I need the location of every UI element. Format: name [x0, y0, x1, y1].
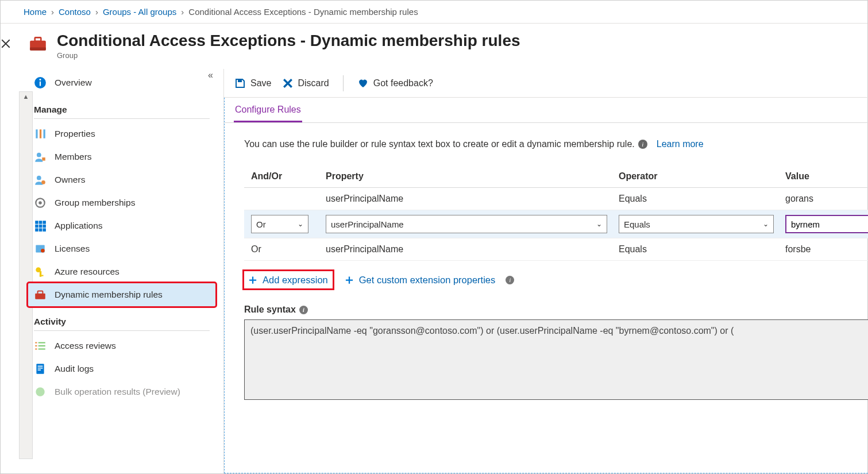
svg-rect-28: [40, 275, 44, 276]
main-panel: Save Discard Got feedback?: [223, 69, 868, 473]
svg-rect-1: [35, 37, 41, 41]
sidebar-item-overview[interactable]: Overview: [28, 71, 215, 94]
close-icon[interactable]: [1, 38, 11, 473]
breadcrumb-link[interactable]: Groups - All groups: [103, 7, 176, 17]
svg-point-5: [39, 79, 41, 80]
svg-rect-16: [39, 221, 43, 224]
chevron-down-icon: ⌄: [298, 220, 303, 228]
col-value: Value: [785, 171, 868, 182]
cell-property: userPrincipalName: [326, 244, 619, 255]
license-icon: [34, 242, 47, 255]
svg-rect-23: [43, 228, 46, 232]
learn-more-link[interactable]: Learn more: [657, 139, 704, 149]
table-row: userPrincipalName Equals gorans: [244, 188, 868, 210]
discard-button[interactable]: Discard: [283, 78, 329, 88]
sidebar-item-applications[interactable]: Applications: [28, 214, 215, 237]
svg-point-35: [36, 387, 44, 396]
collapse-sidebar-icon[interactable]: «: [208, 70, 213, 80]
bulk-icon: [34, 386, 47, 398]
sidebar-item-licenses[interactable]: Licenses: [28, 237, 215, 260]
value-input[interactable]: [785, 215, 868, 233]
close-icon: [283, 78, 293, 88]
svg-rect-10: [42, 157, 45, 161]
table-row: Or userPrincipalName Equals forsbe: [244, 238, 868, 261]
toolbar: Save Discard Got feedback?: [224, 69, 868, 98]
toolbar-label: Save: [250, 78, 271, 88]
sidebar-item-label: Properties: [55, 129, 95, 139]
sidebar-item-azure-resources[interactable]: Azure resources: [28, 260, 215, 283]
info-icon[interactable]: i: [638, 140, 647, 149]
gear-icon: [34, 196, 47, 209]
sidebar-item-label: Azure resources: [55, 267, 119, 277]
sidebar-item-bulk-operation-results[interactable]: Bulk operation results (Preview): [28, 380, 215, 403]
cell-value: gorans: [785, 194, 868, 204]
plus-icon: ＋: [343, 273, 356, 286]
chevron-right-icon: ›: [51, 7, 54, 17]
breadcrumb-link[interactable]: Home: [24, 7, 47, 17]
sliders-icon: [34, 128, 47, 140]
svg-rect-6: [36, 129, 37, 138]
svg-rect-30: [38, 291, 43, 294]
chevron-right-icon: ›: [95, 7, 98, 17]
svg-rect-33: [38, 368, 43, 369]
add-expression-button[interactable]: ＋ Add expression: [246, 273, 328, 286]
sidebar: « Overview Manage Properties Members: [11, 69, 223, 473]
cell-property: userPrincipalName: [326, 194, 619, 204]
group-briefcase-icon: [28, 34, 48, 53]
chevron-right-icon: ›: [181, 7, 184, 17]
breadcrumb-link[interactable]: Contoso: [59, 7, 91, 17]
col-operator: Operator: [619, 171, 785, 182]
sidebar-item-properties[interactable]: Properties: [28, 122, 215, 145]
sidebar-item-label: Licenses: [55, 244, 90, 254]
page-title: Conditional Access Exceptions - Dynamic …: [57, 32, 520, 50]
save-button[interactable]: Save: [234, 78, 271, 89]
key-icon: [34, 265, 47, 278]
col-property: Property: [326, 171, 619, 182]
svg-rect-19: [39, 225, 43, 228]
tab-bar: Configure Rules: [225, 98, 868, 123]
sidebar-item-members[interactable]: Members: [28, 145, 215, 168]
svg-rect-22: [39, 228, 43, 232]
col-andor: And/Or: [251, 171, 326, 182]
sidebar-item-access-reviews[interactable]: Access reviews: [28, 334, 215, 357]
divider: [34, 330, 210, 331]
get-custom-extension-button[interactable]: ＋ Get custom extension properties: [343, 273, 496, 286]
svg-rect-18: [35, 225, 38, 228]
sidebar-section-manage: Manage: [34, 105, 210, 115]
grid-icon: [34, 219, 47, 232]
toolbar-label: Got feedback?: [373, 78, 433, 88]
svg-point-25: [41, 249, 45, 253]
toolbox-icon: [34, 288, 47, 301]
svg-rect-15: [35, 221, 38, 224]
cell-andor: Or: [251, 244, 326, 255]
svg-point-9: [37, 153, 41, 157]
info-icon[interactable]: i: [299, 306, 308, 314]
sidebar-item-label: Applications: [55, 221, 103, 231]
svg-rect-31: [36, 364, 44, 374]
sidebar-item-label: Audit logs: [55, 364, 94, 374]
tab-configure-rules[interactable]: Configure Rules: [234, 98, 302, 122]
page-header: Conditional Access Exceptions - Dynamic …: [11, 24, 868, 69]
andor-dropdown[interactable]: Or⌄: [251, 215, 308, 233]
property-dropdown[interactable]: userPrincipalName⌄: [326, 215, 607, 233]
checklist-icon: [34, 340, 47, 352]
sidebar-item-owners[interactable]: Owners: [28, 168, 215, 191]
svg-point-14: [38, 201, 42, 205]
svg-rect-32: [38, 366, 43, 367]
cell-operator: Equals: [619, 194, 785, 204]
divider: [34, 118, 210, 119]
cell-operator: Equals: [619, 244, 785, 255]
svg-rect-8: [44, 129, 45, 138]
operator-dropdown[interactable]: Equals⌄: [619, 215, 774, 233]
sidebar-item-audit-logs[interactable]: Audit logs: [28, 357, 215, 380]
rule-syntax-textbox[interactable]: [244, 319, 868, 400]
svg-rect-7: [40, 129, 41, 138]
sidebar-item-dynamic-membership-rules[interactable]: Dynamic membership rules: [28, 283, 215, 306]
info-icon[interactable]: i: [506, 276, 514, 284]
sidebar-item-label: Bulk operation results (Preview): [55, 387, 180, 397]
person-icon: [34, 174, 47, 186]
chevron-down-icon: ⌄: [596, 220, 602, 228]
heart-icon: [357, 78, 369, 89]
sidebar-item-group-memberships[interactable]: Group memberships: [28, 191, 215, 214]
feedback-button[interactable]: Got feedback?: [357, 78, 433, 89]
